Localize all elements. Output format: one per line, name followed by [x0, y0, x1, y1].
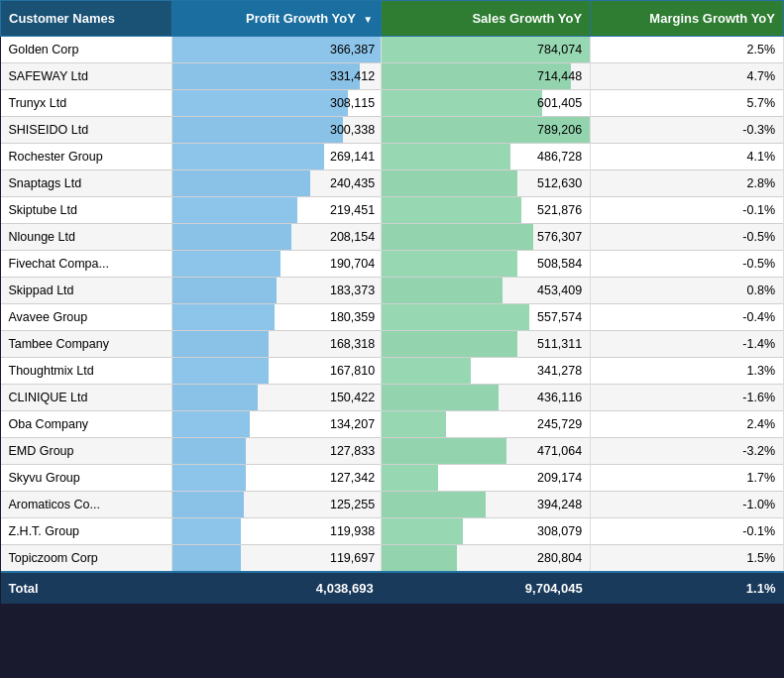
header-profit[interactable]: Profit Growth YoY ▼: [172, 1, 382, 37]
profit-cell: 300,338: [172, 117, 382, 144]
customer-name-cell: SHISEIDO Ltd: [1, 117, 172, 144]
customer-name-cell: Topiczoom Corp: [1, 545, 172, 573]
sales-cell: 576,307: [382, 224, 591, 251]
margins-cell: 2.5%: [591, 37, 784, 63]
customer-name-cell: Aromaticos Co...: [1, 492, 172, 518]
profit-cell: 134,207: [172, 411, 382, 438]
table-row: Thoughtmix Ltd167,810341,2781.3%: [1, 358, 784, 385]
table-row: EMD Group127,833471,064-3.2%: [1, 438, 784, 465]
profit-cell: 125,255: [172, 492, 382, 518]
customer-name-cell: Skippad Ltd: [1, 278, 172, 304]
table-row: Skippad Ltd183,373453,4090.8%: [1, 278, 784, 304]
profit-cell: 208,154: [172, 224, 382, 251]
sales-cell: 280,804: [382, 545, 591, 573]
table-row: SHISEIDO Ltd300,338789,206-0.3%: [1, 117, 784, 144]
sales-cell: 245,729: [382, 411, 591, 438]
margins-cell: -1.6%: [591, 385, 784, 411]
margins-cell: 2.4%: [591, 411, 784, 438]
margins-cell: -0.1%: [591, 518, 784, 545]
profit-cell: 180,359: [172, 304, 382, 331]
margins-cell: -0.4%: [591, 304, 784, 331]
table-row: Trunyx Ltd308,115601,4055.7%: [1, 90, 784, 117]
sales-cell: 601,405: [382, 90, 591, 117]
customer-name-cell: Z.H.T. Group: [1, 518, 172, 545]
profit-cell: 168,318: [172, 331, 382, 358]
sales-cell: 714,448: [382, 63, 591, 90]
footer-margins: 1.1%: [591, 572, 784, 604]
profit-cell: 240,435: [172, 170, 382, 197]
customer-name-cell: CLINIQUE Ltd: [1, 385, 172, 411]
table-row: Avavee Group180,359557,574-0.4%: [1, 304, 784, 331]
sales-cell: 209,174: [382, 465, 591, 492]
profit-cell: 167,810: [172, 358, 382, 385]
profit-cell: 219,451: [172, 197, 382, 224]
sales-cell: 784,074: [382, 37, 591, 63]
profit-cell: 190,704: [172, 251, 382, 278]
profit-cell: 127,833: [172, 438, 382, 465]
sales-cell: 471,064: [382, 438, 591, 465]
table-row: Skyvu Group127,342209,1741.7%: [1, 465, 784, 492]
table-row: SAFEWAY Ltd331,412714,4484.7%: [1, 63, 784, 90]
footer-label: Total: [1, 572, 172, 604]
sales-cell: 512,630: [382, 170, 591, 197]
margins-cell: 1.5%: [591, 545, 784, 573]
table-row: Aromaticos Co...125,255394,248-1.0%: [1, 492, 784, 518]
table-row: Z.H.T. Group119,938308,079-0.1%: [1, 518, 784, 545]
margins-cell: 4.7%: [591, 63, 784, 90]
margins-cell: -0.5%: [591, 251, 784, 278]
profit-cell: 366,387: [172, 37, 382, 63]
sales-cell: 486,728: [382, 144, 591, 170]
table-row: Skiptube Ltd219,451521,876-0.1%: [1, 197, 784, 224]
customer-name-cell: Golden Corp: [1, 37, 172, 63]
table-row: Fivechat Compa...190,704508,584-0.5%: [1, 251, 784, 278]
sales-cell: 508,584: [382, 251, 591, 278]
sales-cell: 453,409: [382, 278, 591, 304]
customer-name-cell: Avavee Group: [1, 304, 172, 331]
margins-cell: 1.3%: [591, 358, 784, 385]
header-sales[interactable]: Sales Growth YoY: [382, 1, 591, 37]
customer-name-cell: Fivechat Compa...: [1, 251, 172, 278]
profit-cell: 183,373: [172, 278, 382, 304]
margins-cell: -0.5%: [591, 224, 784, 251]
table-row: Nlounge Ltd208,154576,307-0.5%: [1, 224, 784, 251]
margins-cell: 5.7%: [591, 90, 784, 117]
customer-name-cell: Thoughtmix Ltd: [1, 358, 172, 385]
sales-cell: 557,574: [382, 304, 591, 331]
customer-name-cell: Skyvu Group: [1, 465, 172, 492]
header-customer[interactable]: Customer Names: [1, 1, 172, 37]
customer-name-cell: Snaptags Ltd: [1, 170, 172, 197]
header-margins[interactable]: Margins Growth YoY: [591, 1, 784, 37]
margins-cell: 0.8%: [591, 278, 784, 304]
margins-cell: -3.2%: [591, 438, 784, 465]
margins-cell: 1.7%: [591, 465, 784, 492]
customer-name-cell: Skiptube Ltd: [1, 197, 172, 224]
table-row: Rochester Group269,141486,7284.1%: [1, 144, 784, 170]
sales-cell: 341,278: [382, 358, 591, 385]
customer-name-cell: Trunyx Ltd: [1, 90, 172, 117]
margins-cell: -1.0%: [591, 492, 784, 518]
profit-cell: 331,412: [172, 63, 382, 90]
profit-cell: 119,697: [172, 545, 382, 573]
profit-cell: 119,938: [172, 518, 382, 545]
margins-cell: 4.1%: [591, 144, 784, 170]
table-row: Golden Corp366,387784,0742.5%: [1, 37, 784, 63]
customer-name-cell: Oba Company: [1, 411, 172, 438]
sales-cell: 511,311: [382, 331, 591, 358]
sort-icon: ▼: [363, 14, 373, 25]
margins-cell: -0.3%: [591, 117, 784, 144]
customer-name-cell: Tambee Company: [1, 331, 172, 358]
profit-cell: 127,342: [172, 465, 382, 492]
table-row: Topiczoom Corp119,697280,8041.5%: [1, 545, 784, 573]
table-row: CLINIQUE Ltd150,422436,116-1.6%: [1, 385, 784, 411]
table-row: Snaptags Ltd240,435512,6302.8%: [1, 170, 784, 197]
customer-name-cell: Rochester Group: [1, 144, 172, 170]
profit-cell: 269,141: [172, 144, 382, 170]
profit-cell: 308,115: [172, 90, 382, 117]
margins-cell: 2.8%: [591, 170, 784, 197]
sales-cell: 521,876: [382, 197, 591, 224]
margins-cell: -1.4%: [591, 331, 784, 358]
customer-name-cell: SAFEWAY Ltd: [1, 63, 172, 90]
sales-cell: 394,248: [382, 492, 591, 518]
sales-cell: 436,116: [382, 385, 591, 411]
sales-cell: 789,206: [382, 117, 591, 144]
